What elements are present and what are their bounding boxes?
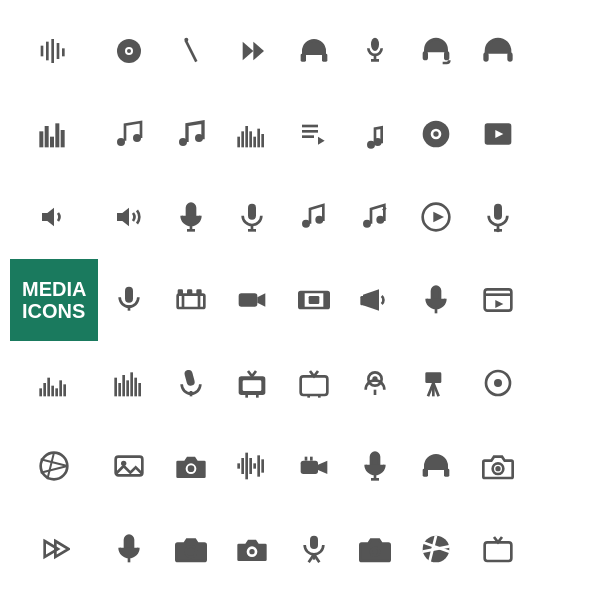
svg-rect-128: [249, 458, 252, 474]
svg-rect-71: [196, 289, 201, 294]
volume-low-icon: [10, 176, 98, 259]
microphone-icon: [160, 10, 221, 93]
svg-rect-126: [241, 458, 244, 474]
film-icon: [160, 259, 221, 342]
svg-rect-31: [249, 132, 252, 148]
play-circle-icon: [406, 176, 467, 259]
svg-line-8: [185, 41, 196, 62]
svg-point-7: [127, 49, 131, 53]
svg-point-142: [495, 466, 500, 471]
svg-marker-10: [243, 42, 254, 61]
media-icons-label: MEDIA ICONS: [10, 259, 98, 342]
svg-marker-133: [318, 460, 327, 473]
svg-rect-91: [64, 384, 67, 396]
svg-rect-67: [181, 295, 184, 308]
waveform-icon: [221, 424, 282, 507]
svg-rect-97: [135, 378, 138, 397]
svg-rect-140: [444, 468, 449, 476]
svg-rect-3: [57, 43, 60, 59]
svg-rect-150: [310, 535, 318, 548]
svg-marker-73: [257, 293, 265, 306]
aperture2-icon: [406, 507, 467, 590]
svg-rect-34: [261, 134, 264, 147]
svg-rect-85: [40, 388, 43, 396]
svg-rect-22: [56, 124, 60, 148]
mic-outline2-icon: [406, 259, 467, 342]
svg-rect-19: [40, 132, 44, 148]
svg-point-63: [496, 228, 500, 232]
svg-rect-77: [308, 296, 319, 304]
camera3-icon: [160, 507, 221, 590]
svg-rect-32: [253, 137, 256, 148]
svg-point-116: [494, 379, 502, 387]
svg-rect-99: [183, 369, 195, 387]
svg-point-124: [187, 465, 194, 472]
svg-rect-68: [197, 295, 200, 308]
svg-rect-139: [423, 468, 428, 476]
music-note2-icon: [160, 93, 221, 176]
svg-point-24: [117, 138, 125, 146]
svg-point-147: [185, 546, 196, 557]
svg-point-55: [363, 220, 371, 228]
svg-rect-92: [115, 378, 118, 397]
webcam-icon: [344, 341, 405, 424]
svg-rect-94: [123, 375, 126, 396]
mic-podium-icon: [98, 259, 159, 342]
svg-marker-59: [434, 212, 445, 223]
mic-outline4-icon: [98, 507, 159, 590]
svg-rect-2: [52, 39, 55, 63]
mic-stand3-icon: [283, 507, 344, 590]
bar-chart-icon: [10, 93, 98, 176]
music-note-icon: [98, 93, 159, 176]
svg-point-39: [374, 138, 382, 146]
mic-stand2-icon: [467, 176, 528, 259]
svg-rect-130: [257, 455, 260, 476]
music-note4-icon: [283, 176, 344, 259]
svg-rect-104: [243, 380, 262, 391]
skip-forward-icon: [10, 507, 98, 590]
svg-rect-60: [494, 204, 502, 220]
svg-line-119: [41, 466, 68, 473]
icon-grid: MEDIA ICONS: [0, 0, 600, 600]
svg-point-149: [249, 549, 254, 554]
music-note5-icon: [344, 176, 405, 259]
svg-rect-13: [322, 54, 327, 62]
camera2-icon: [467, 424, 528, 507]
svg-line-118: [48, 452, 55, 479]
svg-rect-17: [483, 53, 488, 62]
svg-rect-86: [44, 383, 47, 396]
svg-rect-82: [484, 289, 511, 310]
svg-marker-11: [253, 42, 264, 61]
svg-point-27: [195, 134, 203, 142]
equalizer3-icon: [98, 341, 159, 424]
svg-point-26: [179, 138, 187, 146]
film-strip-icon: [283, 259, 344, 342]
svg-rect-79: [360, 296, 367, 305]
svg-point-14: [371, 38, 379, 51]
svg-rect-12: [300, 54, 305, 62]
svg-rect-90: [60, 380, 63, 396]
tv-icon: [221, 341, 282, 424]
svg-rect-95: [127, 380, 130, 396]
disc-icon: [98, 10, 159, 93]
video-camera-icon: [283, 424, 344, 507]
video-window-icon: [467, 259, 528, 342]
svg-rect-127: [245, 452, 248, 479]
megaphone-icon: [344, 259, 405, 342]
svg-line-57: [383, 208, 386, 211]
svg-point-42: [434, 132, 439, 137]
svg-rect-0: [41, 46, 44, 57]
svg-rect-132: [300, 460, 317, 473]
svg-rect-72: [239, 293, 258, 306]
mic-stand-icon: [344, 10, 405, 93]
fast-forward-icon: [221, 10, 282, 93]
svg-rect-88: [52, 386, 55, 397]
camera-icon: [160, 424, 221, 507]
svg-rect-16: [444, 51, 449, 60]
svg-point-25: [133, 134, 141, 142]
svg-rect-87: [48, 378, 51, 397]
svg-rect-29: [241, 132, 244, 148]
svg-rect-98: [139, 383, 142, 396]
volume-high-icon: [98, 176, 159, 259]
headphones-icon: [283, 10, 344, 93]
